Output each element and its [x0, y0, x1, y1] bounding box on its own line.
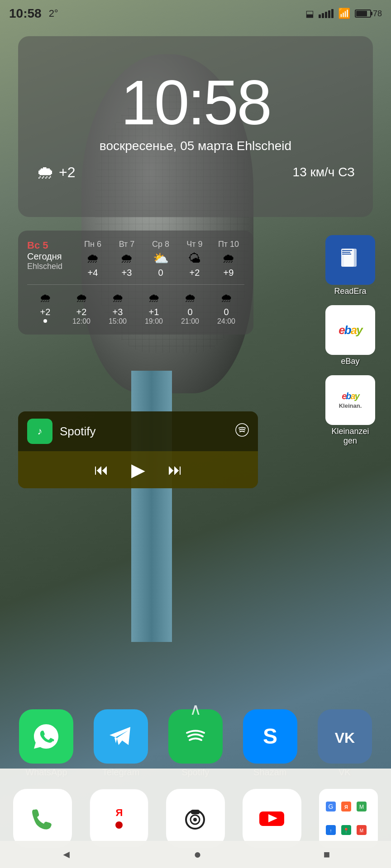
clock-time-display: 10:58: [121, 71, 270, 134]
signal-bar-2: [322, 13, 324, 18]
dock-row: WhatsApp Telegram Spotify S Shazam: [0, 709, 391, 778]
weather-cloud-icon: 🌧: [36, 162, 54, 183]
tray-apps-grid[interactable]: G Я M ↑ 📍 M: [310, 789, 386, 848]
readera-icon[interactable]: [325, 235, 375, 285]
svg-text:M: M: [359, 804, 364, 810]
svg-text:S: S: [263, 724, 277, 748]
clock-weather: 🌧 +2 13 км/ч СЗ: [27, 162, 364, 183]
spotify-controls: ⏮ ▶ ⏭: [18, 451, 258, 488]
weather-left: 🌧 +2: [36, 162, 75, 183]
camera-tray-icon[interactable]: [166, 789, 225, 848]
battery-container: 78: [355, 9, 382, 19]
weather-wind: 13 км/ч СЗ: [293, 165, 355, 179]
readera-label: ReadEra: [334, 287, 366, 296]
status-time: 10:58: [9, 6, 42, 21]
svg-rect-3: [342, 250, 352, 251]
vk-icon[interactable]: VK: [318, 709, 372, 764]
ebay-icon[interactable]: ebay: [325, 305, 375, 355]
signal-bars: [319, 9, 334, 18]
app-kleinanzeigen[interactable]: ebay Kleinan. Kleinanzeigen: [314, 375, 386, 446]
forecast-hour-19: 🌧 +1 19:00: [136, 291, 172, 326]
ebay-label: eBay: [341, 357, 359, 366]
spotify-widget[interactable]: ♪ Spotify ⏮ ▶ ⏭: [18, 411, 258, 488]
signal-bar-3: [325, 12, 327, 18]
battery-icon: [355, 9, 371, 18]
grid-tray-icon[interactable]: G Я M ↑ 📍 M: [319, 789, 378, 848]
dock-spotify[interactable]: Spotify: [168, 709, 223, 778]
forecast-hour-now: 🌧 +2: [27, 291, 63, 326]
spotify-prev-button[interactable]: ⏮: [94, 462, 109, 478]
dock-whatsapp[interactable]: WhatsApp: [19, 709, 73, 778]
spotify-app-name: Spotify: [60, 425, 228, 439]
forecast-divider: [27, 284, 244, 285]
nav-recent-button[interactable]: ■: [324, 848, 330, 861]
forecast-day-fri: Пт 10 🌧 +9: [213, 240, 244, 278]
spotify-circle-icon: ♪: [31, 422, 49, 440]
nav-home-button[interactable]: ●: [194, 847, 201, 862]
svg-text:↑: ↑: [329, 828, 332, 833]
dock-telegram[interactable]: Telegram: [94, 709, 148, 778]
svg-text:Я: Я: [344, 804, 348, 810]
forecast-hour-21: 🌧 0 21:00: [172, 291, 208, 326]
forecast-day-tue: Вт 7 🌧 +3: [111, 240, 143, 278]
signal-bar-1: [319, 14, 321, 18]
app-readera[interactable]: ReadEra: [314, 235, 386, 296]
forecast-days: Пн 6 🌧 +4 Вт 7 🌧 +3 Ср 8 ⛅ 0 Чт 9 🌤 +2 П…: [77, 240, 244, 278]
tray-phone[interactable]: [5, 789, 81, 848]
svg-rect-2: [344, 249, 357, 267]
dock-vk[interactable]: VK VK: [318, 709, 372, 778]
drawer-arrow[interactable]: ∧: [190, 700, 201, 719]
drawer-arrow-icon[interactable]: ∧: [190, 700, 201, 718]
weather-temp: +2: [59, 164, 75, 181]
clock-widget: 10:58 воскресенье, 05 марта Ehlscheid 🌧 …: [18, 36, 373, 217]
app-ebay[interactable]: ebay eBay: [314, 305, 386, 366]
nav-back-button[interactable]: ◄: [61, 848, 72, 861]
signal-bar-4: [328, 10, 330, 18]
kleinanzeigen-label: Kleinanzeigen: [331, 427, 369, 446]
svg-point-0: [236, 424, 248, 436]
yandex-tray-icon[interactable]: Я: [90, 789, 148, 848]
right-apps-column: ReadEra ebay eBay ebay Kleinan. Kleinanz…: [310, 231, 391, 450]
status-bar: 10:58 2° ⬓ 📶 78: [0, 0, 391, 27]
youtube-tray-icon[interactable]: [243, 789, 301, 848]
forecast-widget[interactable]: Вс 5 Сегодня Ehlscheid Пн 6 🌧 +4 Вт 7 🌧 …: [18, 231, 253, 335]
svg-rect-17: [191, 810, 200, 814]
svg-rect-9: [26, 802, 60, 835]
status-icons: ⬓ 📶 78: [305, 8, 382, 19]
phone-tray-icon[interactable]: [13, 789, 72, 848]
forecast-top: Вс 5 Сегодня Ehlscheid Пн 6 🌧 +4 Вт 7 🌧 …: [27, 240, 244, 278]
battery-fill: [356, 11, 367, 16]
tray-yandex[interactable]: Я: [81, 789, 157, 848]
tray-youtube[interactable]: [234, 789, 310, 848]
forecast-day-wed: Ср 8 ⛅ 0: [145, 240, 176, 278]
clock-date-display: воскресенье, 05 марта Ehlscheid: [100, 139, 291, 153]
status-temp: 2°: [49, 8, 58, 19]
spotify-logo-icon: [235, 423, 249, 440]
svg-text:VK: VK: [334, 730, 354, 746]
bluetooth-icon: ⬓: [305, 8, 314, 19]
forecast-today-location: Ehlscheid: [27, 262, 77, 271]
spotify-play-button[interactable]: ▶: [131, 459, 145, 480]
kleinanzeigen-icon[interactable]: ebay Kleinan.: [325, 375, 375, 425]
wifi-icon: 📶: [338, 8, 350, 19]
shazam-icon[interactable]: S: [243, 709, 297, 764]
forecast-hour-24: 🌧 0 24:00: [208, 291, 244, 326]
spotify-top: ♪ Spotify: [18, 411, 258, 451]
svg-text:Я: Я: [115, 807, 123, 818]
tray-camera[interactable]: [157, 789, 234, 848]
svg-point-16: [193, 818, 197, 821]
svg-text:M: M: [360, 828, 363, 833]
svg-text:G: G: [328, 803, 333, 810]
svg-point-6: [184, 725, 207, 748]
nav-bar: ◄ ● ■: [0, 841, 391, 868]
forecast-hourly: 🌧 +2 🌧 +2 12:00 🌧 +3 15:00 🌧 +1 19:00 🌧 …: [27, 291, 244, 326]
spotify-next-button[interactable]: ⏭: [168, 462, 182, 478]
dock-shazam[interactable]: S Shazam: [243, 709, 297, 778]
forecast-day-thu: Чт 9 🌤 +2: [179, 240, 210, 278]
telegram-icon[interactable]: [94, 709, 148, 764]
svg-rect-4: [342, 252, 350, 253]
whatsapp-icon[interactable]: [19, 709, 73, 764]
svg-rect-5: [342, 254, 351, 255]
svg-text:📍: 📍: [343, 827, 349, 834]
forecast-hour-15: 🌧 +3 15:00: [100, 291, 136, 326]
